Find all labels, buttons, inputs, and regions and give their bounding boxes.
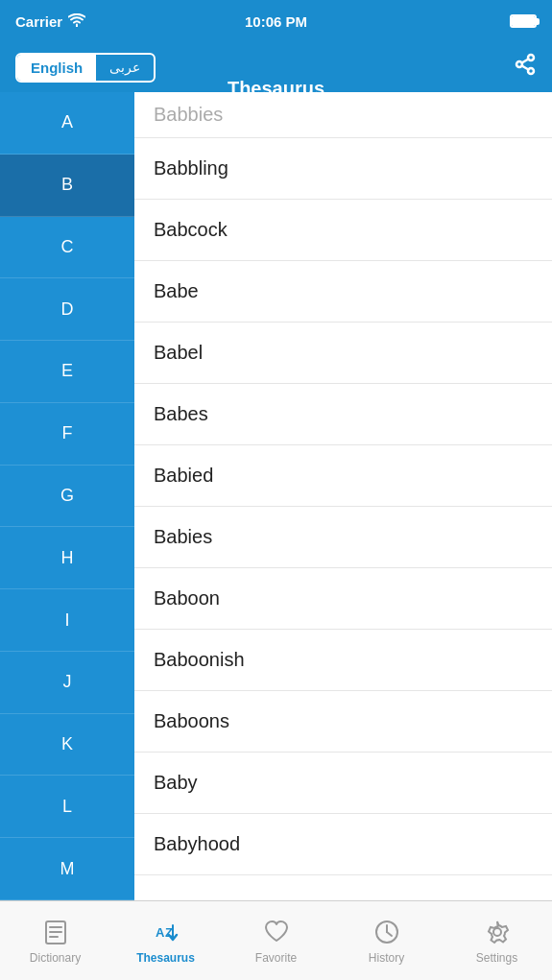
list-item[interactable]: Babel [134,323,552,384]
tab-bar: Dictionary A Z Thesaurus Favorite Histor… [0,900,552,980]
tab-history-label: History [369,951,404,965]
tab-dictionary[interactable]: Dictionary [0,901,110,980]
tab-settings[interactable]: Settings [442,901,552,980]
svg-line-4 [522,60,529,63]
tab-favorite[interactable]: Favorite [221,901,331,980]
word-list: Babbies Babbling Babcock Babe Babel Babe… [134,92,552,900]
tab-favorite-label: Favorite [255,951,297,965]
alpha-A[interactable]: A [0,92,134,155]
alpha-G[interactable]: G [0,466,134,528]
list-item[interactable]: Baboonish [134,630,552,691]
alpha-J[interactable]: J [0,652,134,714]
alpha-F[interactable]: F [0,403,134,466]
english-lang-button[interactable]: English [17,55,96,81]
gear-icon [483,918,512,946]
status-bar: Carrier 10:06 PM [0,0,552,42]
list-item[interactable]: Babes [134,384,552,445]
language-toggle[interactable]: English عربى [15,53,156,83]
arabic-lang-button[interactable]: عربى [96,55,154,81]
thesaurus-icon: A Z [152,918,180,946]
main-content: A B C D E F G H I J K L M Babbies Babbli… [0,92,552,900]
share-button[interactable] [514,53,537,82]
tab-history[interactable]: History [331,901,442,980]
alpha-D[interactable]: D [0,278,134,341]
svg-text:A: A [156,925,165,940]
list-item[interactable]: Babcock [134,200,552,261]
tab-thesaurus[interactable]: A Z Thesaurus [110,901,221,980]
tab-dictionary-label: Dictionary [30,951,81,965]
carrier-label: Carrier [15,13,62,30]
battery-icon [510,14,537,28]
list-item[interactable]: Babied [134,445,552,507]
nav-bar: English عربى Thesaurus [0,42,552,92]
svg-line-3 [522,66,529,70]
alpha-H[interactable]: H [0,527,134,589]
svg-line-14 [387,932,392,936]
alpha-B[interactable]: B [0,155,134,217]
list-item[interactable]: Baboon [134,568,552,630]
list-item[interactable]: Babe [134,261,552,323]
alpha-I[interactable]: I [0,589,134,652]
carrier-wifi: Carrier [15,13,85,30]
tab-settings-label: Settings [476,951,517,965]
list-item[interactable]: Babbies [134,92,552,138]
heart-icon [262,918,291,946]
list-item[interactable]: Babyhood [134,814,552,875]
dictionary-icon [41,918,70,946]
wifi-icon [68,13,85,30]
nav-title: Thesaurus [228,63,324,113]
tab-thesaurus-label: Thesaurus [136,951,195,965]
list-item[interactable]: Baby [134,753,552,814]
list-item[interactable]: Babies [134,507,552,568]
clock-icon [372,918,401,946]
alpha-C[interactable]: C [0,217,134,279]
list-item[interactable]: Babbling [134,138,552,200]
alpha-M[interactable]: M [0,838,134,900]
status-time: 10:06 PM [245,13,307,30]
alpha-E[interactable]: E [0,341,134,403]
alpha-L[interactable]: L [0,776,134,838]
alpha-K[interactable]: K [0,714,134,777]
alphabet-sidebar: A B C D E F G H I J K L M [0,92,134,900]
svg-point-15 [493,928,501,936]
list-item[interactable]: Baboons [134,691,552,753]
